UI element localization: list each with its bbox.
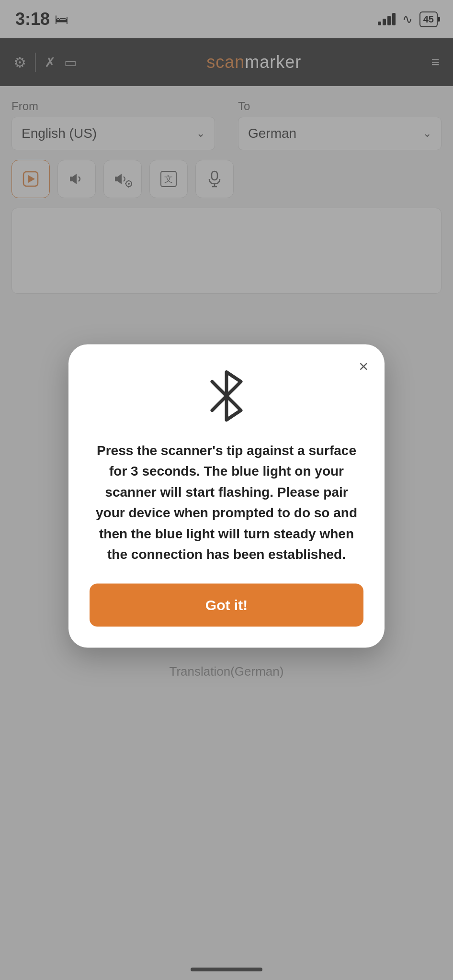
bluetooth-icon: [203, 368, 250, 425]
close-button[interactable]: ×: [359, 358, 368, 374]
modal-body-text: Press the scanner's tip against a surfac…: [90, 440, 363, 565]
bluetooth-icon-container: [90, 368, 363, 425]
bluetooth-modal: × Press the scanner's tip against a surf…: [68, 345, 385, 648]
got-it-button[interactable]: Got it!: [90, 584, 363, 627]
